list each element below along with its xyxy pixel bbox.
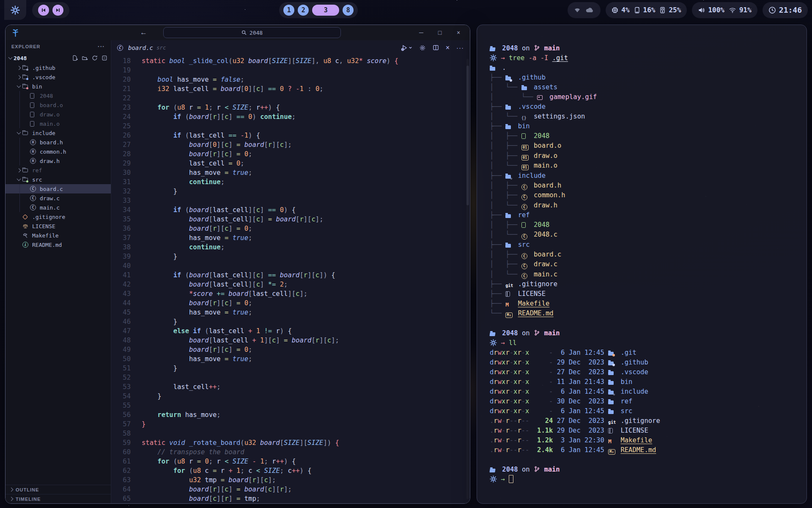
code-line[interactable]: 48 board[last_cell + 1][c] = board[r][c]… (111, 336, 470, 345)
code-line[interactable]: 60 // transpose the board (111, 447, 470, 457)
settings-gear-icon[interactable] (419, 44, 426, 51)
new-file-button[interactable] (72, 55, 78, 61)
explorer-item-LICENSE[interactable]: LICENSE (5, 221, 111, 231)
maximize-button[interactable]: □ (436, 29, 444, 36)
media-next-button[interactable] (52, 5, 63, 16)
explorer-item-include[interactable]: include (5, 128, 111, 138)
run-debug-button[interactable] (401, 44, 412, 51)
explorer-item-draw.o[interactable]: draw.o (5, 110, 111, 119)
code-line[interactable]: 59static void _rotate_board(u32 board[SI… (111, 438, 470, 447)
code-line[interactable]: 64 board[r][c] = board[c][r]; (111, 485, 470, 494)
new-folder-button[interactable] (82, 55, 88, 61)
code-line[interactable]: 18static bool _slide_col(u32 board[SIZE]… (111, 56, 470, 66)
code-line[interactable]: 33 (111, 196, 470, 205)
more-actions-icon[interactable]: ··· (456, 44, 464, 51)
explorer-item-.gitignore[interactable]: .gitignore (5, 212, 111, 221)
code-editor[interactable]: 18static bool _slide_col(u32 board[SIZE]… (111, 55, 470, 503)
explorer-item-main.c[interactable]: Cmain.c (5, 203, 111, 212)
timeline-panel-header[interactable]: TIMELINE (5, 494, 111, 503)
code-line[interactable]: 23 for (u8 r = 1; r < SIZE; r++) { (111, 103, 470, 112)
code-line[interactable]: 27 board[0][c] = board[r][c]; (111, 140, 470, 149)
code-line[interactable]: 63 u32 tmp = board[r][c]; (111, 475, 470, 485)
split-editor-icon[interactable] (433, 44, 439, 51)
code-line[interactable]: 56 return has_move; (111, 410, 470, 420)
explorer-item-README.md[interactable]: iREADME.md (5, 240, 111, 249)
explorer-item-Makefile[interactable]: Makefile (5, 231, 111, 240)
code-line[interactable]: 49 board[r][c] = 0; (111, 345, 470, 354)
code-line[interactable]: 51 } (111, 364, 470, 373)
code-line[interactable]: 20 bool has_move = false; (111, 75, 470, 84)
command-search-box[interactable]: 2048 (163, 27, 341, 38)
explorer-more-button[interactable]: ··· (98, 43, 105, 50)
tab-board-c[interactable]: C board.c src (117, 44, 166, 51)
close-editor-icon[interactable]: × (446, 44, 450, 52)
code-line[interactable]: 28 board[r][c] = 0; (111, 149, 470, 159)
code-line[interactable]: 62 for (u8 c = r + 1; c < SIZE; c++) { (111, 466, 470, 475)
code-line[interactable]: 44 board[r][c] = 0; (111, 298, 470, 308)
workspace-2[interactable]: 2 (298, 5, 309, 16)
code-line[interactable]: 45 has_move = true; (111, 308, 470, 317)
code-line[interactable]: 50 has_move = true; (111, 354, 470, 364)
explorer-item-board.o[interactable]: board.o (5, 100, 111, 110)
explorer-item-board.h[interactable]: Hboard.h (5, 138, 111, 147)
refresh-button[interactable] (92, 55, 98, 61)
code-line[interactable]: 61 for (u8 r = 0; r < SIZE - 1; r++) { (111, 457, 470, 466)
explorer-item-2048[interactable]: 2048 (5, 91, 111, 100)
code-line[interactable]: 35 board[last_cell][c] = board[r][c]; (111, 215, 470, 224)
explorer-item-.github[interactable]: .github (5, 63, 111, 72)
explorer-item-ref[interactable]: ref (5, 166, 111, 175)
explorer-item-main.o[interactable]: main.o (5, 119, 111, 128)
code-line[interactable]: 31 continue; (111, 177, 470, 187)
code-line[interactable]: 42 board[last_cell][c] *= 2; (111, 280, 470, 289)
code-line[interactable]: 47 else if (last_cell + 1 != r) { (111, 326, 470, 336)
explorer-item-src[interactable]: src (5, 175, 111, 184)
minimize-button[interactable]: ─ (417, 29, 425, 36)
explorer-item-common.h[interactable]: Hcommon.h (5, 147, 111, 156)
weather-widget[interactable] (568, 2, 601, 18)
explorer-item-bin[interactable]: bin (5, 82, 111, 91)
explorer-item-board.c[interactable]: Cboard.c (5, 184, 111, 193)
code-line[interactable]: 43 *score += board[last_cell][c]; (111, 289, 470, 298)
collapse-all-button[interactable] (102, 55, 107, 61)
code-line[interactable]: 46 } (111, 317, 470, 326)
code-line[interactable]: 19 (111, 66, 470, 75)
audio-network[interactable]: 100% 91% (692, 2, 757, 18)
code-line[interactable]: 34 if (board[last_cell][c] == 0) { (111, 205, 470, 215)
media-prev-button[interactable] (38, 5, 49, 16)
code-line[interactable]: 39 } (111, 252, 470, 261)
code-line[interactable]: 30 has_move = true; (111, 168, 470, 177)
terminal-content[interactable]: 2048 on main → tree -a -I .git .├── .git… (477, 25, 807, 484)
code-line[interactable]: 52 (111, 373, 470, 382)
explorer-item-draw.c[interactable]: Cdraw.c (5, 193, 111, 203)
clock-widget[interactable]: 21:46 (763, 2, 808, 18)
explorer-item-.vscode[interactable]: .vscode (5, 72, 111, 82)
code-line[interactable]: 65 board[c][r] = tmp; (111, 494, 470, 503)
code-line[interactable]: 32 } (111, 187, 470, 196)
code-line[interactable]: 24 if (board[r][c] == 0) continue; (111, 112, 470, 121)
code-line[interactable]: 41 if (board[last_cell][c] == board[r][c… (111, 271, 470, 280)
close-button[interactable]: × (455, 29, 462, 36)
workspace-3[interactable]: 3 (312, 5, 339, 16)
system-stats[interactable]: 4% 16% 25% (606, 2, 687, 18)
nav-back-button[interactable]: ← (140, 28, 147, 37)
code-line[interactable]: 21 i32 last_cell = board[0][c] == 0 ? -1… (111, 84, 470, 94)
explorer-root-folder[interactable]: 2048 (5, 53, 111, 63)
code-line[interactable]: 22 (111, 94, 470, 103)
explorer-item-draw.h[interactable]: Hdraw.h (5, 156, 111, 166)
workspace-1[interactable]: 1 (283, 5, 294, 16)
code-line[interactable]: 37 has_move = true; (111, 233, 470, 243)
code-line[interactable]: 36 board[r][c] = 0; (111, 224, 470, 233)
code-line[interactable]: 40 (111, 261, 470, 271)
workspace-8[interactable]: 8 (343, 5, 354, 16)
code-line[interactable]: 54 } (111, 392, 470, 401)
editor-scrollbar-thumb[interactable] (466, 66, 469, 205)
code-line[interactable]: 26 if (last_cell == -1) { (111, 131, 470, 140)
code-line[interactable]: 55 (111, 401, 470, 410)
code-line[interactable]: 58 (111, 429, 470, 438)
code-line[interactable]: 25 (111, 121, 470, 131)
code-line[interactable]: 38 continue; (111, 243, 470, 252)
nixos-logo-button[interactable] (4, 0, 26, 20)
vscode-titlebar[interactable]: ← → 2048 ─ □ × (5, 25, 470, 40)
code-line[interactable]: 53 last_cell++; (111, 382, 470, 392)
code-line[interactable]: 29 last_cell = 0; (111, 159, 470, 168)
